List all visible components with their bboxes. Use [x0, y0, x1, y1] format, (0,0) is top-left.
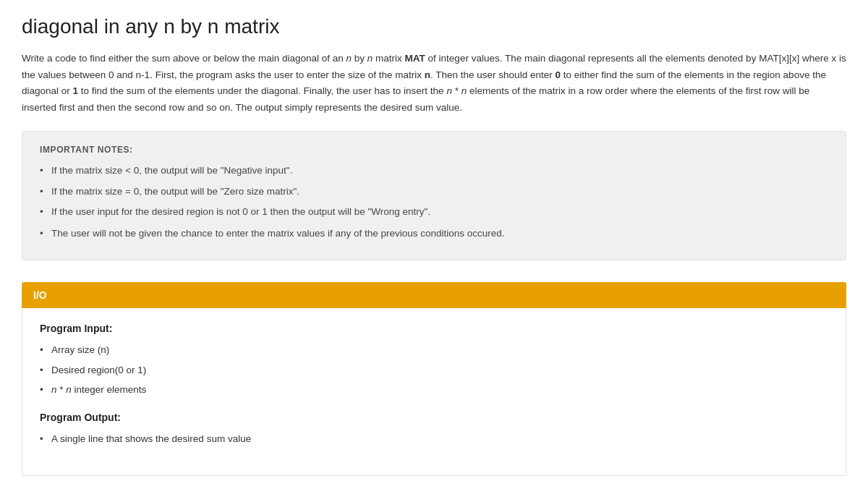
- page-title: diagonal in any n by n matrix: [22, 14, 846, 39]
- notes-box: IMPORTANT NOTES: If the matrix size < 0,…: [22, 131, 846, 260]
- io-section: I/O Program Input: Array size (n) Desire…: [22, 282, 846, 476]
- description-text: Write a code to find either the sum abov…: [22, 51, 846, 117]
- note-item-2: If the matrix size = 0, the output will …: [40, 184, 828, 199]
- io-header: I/O: [22, 282, 846, 308]
- output-item-1: A single line that shows the desired sum…: [40, 432, 828, 446]
- input-item-3: n * n integer elements: [40, 383, 828, 397]
- program-output-label: Program Output:: [40, 412, 828, 423]
- input-list: Array size (n) Desired region(0 or 1) n …: [40, 343, 828, 397]
- program-input-label: Program Input:: [40, 323, 828, 334]
- note-item-4: The user will not be given the chance to…: [40, 226, 828, 241]
- note-item-3: If the user input for the desired region…: [40, 205, 828, 219]
- output-list: A single line that shows the desired sum…: [40, 432, 828, 446]
- input-item-1: Array size (n): [40, 343, 828, 357]
- page-container: diagonal in any n by n matrix Write a co…: [0, 0, 868, 498]
- notes-title: IMPORTANT NOTES:: [40, 145, 828, 155]
- notes-list: If the matrix size < 0, the output will …: [40, 163, 828, 241]
- input-item-2: Desired region(0 or 1): [40, 363, 828, 378]
- note-item-1: If the matrix size < 0, the output will …: [40, 163, 828, 178]
- io-content: Program Input: Array size (n) Desired re…: [22, 308, 846, 476]
